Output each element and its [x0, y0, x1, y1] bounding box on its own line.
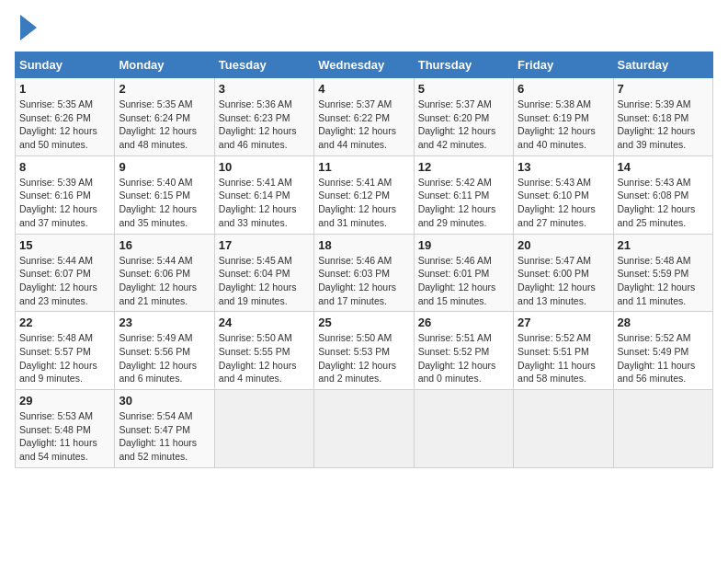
day-info: Sunrise: 5:51 AM Sunset: 5:52 PM Dayligh…	[418, 331, 509, 385]
day-info: Sunrise: 5:37 AM Sunset: 6:22 PM Dayligh…	[318, 98, 409, 152]
table-row: 4Sunrise: 5:37 AM Sunset: 6:22 PM Daylig…	[314, 78, 414, 156]
day-number: 25	[318, 316, 409, 329]
day-info: Sunrise: 5:46 AM Sunset: 6:03 PM Dayligh…	[318, 254, 409, 308]
calendar-header-row: SundayMondayTuesdayWednesdayThursdayFrid…	[16, 52, 713, 78]
day-info: Sunrise: 5:36 AM Sunset: 6:23 PM Dayligh…	[219, 98, 310, 152]
day-info: Sunrise: 5:39 AM Sunset: 6:16 PM Dayligh…	[19, 176, 110, 230]
day-number: 18	[318, 238, 409, 252]
table-row: 28Sunrise: 5:52 AM Sunset: 5:49 PM Dayli…	[613, 312, 712, 390]
day-info: Sunrise: 5:45 AM Sunset: 6:04 PM Dayligh…	[219, 254, 310, 308]
day-info: Sunrise: 5:42 AM Sunset: 6:11 PM Dayligh…	[418, 176, 509, 230]
page-header	[15, 15, 713, 40]
logo-arrow-icon	[20, 15, 37, 40]
table-row: 17Sunrise: 5:45 AM Sunset: 6:04 PM Dayli…	[214, 234, 313, 312]
day-number: 30	[119, 394, 210, 408]
day-info: Sunrise: 5:43 AM Sunset: 6:08 PM Dayligh…	[618, 176, 709, 230]
day-info: Sunrise: 5:41 AM Sunset: 6:14 PM Dayligh…	[219, 176, 310, 230]
table-row: 6Sunrise: 5:38 AM Sunset: 6:19 PM Daylig…	[514, 78, 613, 156]
table-row	[613, 390, 712, 468]
day-info: Sunrise: 5:52 AM Sunset: 5:51 PM Dayligh…	[518, 331, 609, 385]
table-row: 14Sunrise: 5:43 AM Sunset: 6:08 PM Dayli…	[613, 155, 712, 234]
table-row: 24Sunrise: 5:50 AM Sunset: 5:55 PM Dayli…	[214, 312, 313, 390]
calendar-week-row: 29Sunrise: 5:53 AM Sunset: 5:48 PM Dayli…	[16, 390, 713, 468]
day-info: Sunrise: 5:48 AM Sunset: 5:57 PM Dayligh…	[19, 331, 110, 385]
table-row: 5Sunrise: 5:37 AM Sunset: 6:20 PM Daylig…	[414, 78, 513, 156]
day-number: 6	[518, 82, 609, 96]
weekday-header-friday: Friday	[514, 52, 613, 78]
table-row: 21Sunrise: 5:48 AM Sunset: 5:59 PM Dayli…	[613, 234, 712, 312]
day-number: 26	[418, 316, 509, 329]
day-number: 28	[618, 316, 709, 329]
day-info: Sunrise: 5:50 AM Sunset: 5:53 PM Dayligh…	[318, 331, 409, 385]
day-info: Sunrise: 5:44 AM Sunset: 6:07 PM Dayligh…	[19, 254, 110, 308]
day-number: 9	[119, 160, 210, 174]
table-row: 8Sunrise: 5:39 AM Sunset: 6:16 PM Daylig…	[16, 155, 115, 234]
table-row: 25Sunrise: 5:50 AM Sunset: 5:53 PM Dayli…	[314, 312, 414, 390]
table-row: 9Sunrise: 5:40 AM Sunset: 6:15 PM Daylig…	[115, 155, 214, 234]
table-row: 19Sunrise: 5:46 AM Sunset: 6:01 PM Dayli…	[414, 234, 513, 312]
day-info: Sunrise: 5:48 AM Sunset: 5:59 PM Dayligh…	[618, 254, 709, 308]
day-number: 14	[618, 160, 709, 174]
table-row: 27Sunrise: 5:52 AM Sunset: 5:51 PM Dayli…	[514, 312, 613, 390]
day-number: 1	[19, 82, 110, 96]
table-row: 30Sunrise: 5:54 AM Sunset: 5:47 PM Dayli…	[115, 390, 214, 468]
day-number: 16	[119, 238, 210, 252]
table-row: 12Sunrise: 5:42 AM Sunset: 6:11 PM Dayli…	[414, 155, 513, 234]
table-row: 2Sunrise: 5:35 AM Sunset: 6:24 PM Daylig…	[115, 78, 214, 156]
day-number: 4	[318, 82, 409, 96]
day-info: Sunrise: 5:39 AM Sunset: 6:18 PM Dayligh…	[618, 98, 709, 152]
day-number: 21	[618, 238, 709, 252]
table-row: 15Sunrise: 5:44 AM Sunset: 6:07 PM Dayli…	[16, 234, 115, 312]
table-row: 10Sunrise: 5:41 AM Sunset: 6:14 PM Dayli…	[214, 155, 313, 234]
day-number: 3	[219, 82, 310, 96]
weekday-header-sunday: Sunday	[16, 52, 115, 78]
weekday-header-monday: Monday	[115, 52, 214, 78]
day-number: 13	[518, 160, 609, 174]
table-row: 16Sunrise: 5:44 AM Sunset: 6:06 PM Dayli…	[115, 234, 214, 312]
day-info: Sunrise: 5:38 AM Sunset: 6:19 PM Dayligh…	[518, 98, 609, 152]
day-info: Sunrise: 5:43 AM Sunset: 6:10 PM Dayligh…	[518, 176, 609, 230]
calendar-week-row: 22Sunrise: 5:48 AM Sunset: 5:57 PM Dayli…	[16, 312, 713, 390]
day-number: 29	[19, 394, 110, 408]
table-row	[314, 390, 414, 468]
day-info: Sunrise: 5:35 AM Sunset: 6:26 PM Dayligh…	[19, 98, 110, 152]
weekday-header-tuesday: Tuesday	[214, 52, 313, 78]
day-number: 22	[19, 316, 110, 329]
day-info: Sunrise: 5:40 AM Sunset: 6:15 PM Dayligh…	[119, 176, 210, 230]
day-number: 15	[19, 238, 110, 252]
calendar-week-row: 15Sunrise: 5:44 AM Sunset: 6:07 PM Dayli…	[16, 234, 713, 312]
day-info: Sunrise: 5:49 AM Sunset: 5:56 PM Dayligh…	[119, 331, 210, 385]
day-number: 8	[19, 160, 110, 174]
table-row: 23Sunrise: 5:49 AM Sunset: 5:56 PM Dayli…	[115, 312, 214, 390]
day-number: 11	[318, 160, 409, 174]
calendar-week-row: 1Sunrise: 5:35 AM Sunset: 6:26 PM Daylig…	[16, 78, 713, 156]
table-row	[514, 390, 613, 468]
table-row: 29Sunrise: 5:53 AM Sunset: 5:48 PM Dayli…	[16, 390, 115, 468]
day-number: 5	[418, 82, 509, 96]
day-info: Sunrise: 5:50 AM Sunset: 5:55 PM Dayligh…	[219, 331, 310, 385]
day-number: 24	[219, 316, 310, 329]
weekday-header-wednesday: Wednesday	[314, 52, 414, 78]
day-number: 17	[219, 238, 310, 252]
logo	[15, 15, 37, 40]
table-row	[214, 390, 313, 468]
table-row: 18Sunrise: 5:46 AM Sunset: 6:03 PM Dayli…	[314, 234, 414, 312]
day-number: 20	[518, 238, 609, 252]
table-row: 13Sunrise: 5:43 AM Sunset: 6:10 PM Dayli…	[514, 155, 613, 234]
day-info: Sunrise: 5:44 AM Sunset: 6:06 PM Dayligh…	[119, 254, 210, 308]
day-number: 19	[418, 238, 509, 252]
day-info: Sunrise: 5:41 AM Sunset: 6:12 PM Dayligh…	[318, 176, 409, 230]
table-row	[414, 390, 513, 468]
day-info: Sunrise: 5:46 AM Sunset: 6:01 PM Dayligh…	[418, 254, 509, 308]
weekday-header-thursday: Thursday	[414, 52, 513, 78]
day-info: Sunrise: 5:52 AM Sunset: 5:49 PM Dayligh…	[618, 331, 709, 385]
table-row: 1Sunrise: 5:35 AM Sunset: 6:26 PM Daylig…	[16, 78, 115, 156]
day-number: 10	[219, 160, 310, 174]
calendar-table: SundayMondayTuesdayWednesdayThursdayFrid…	[15, 52, 713, 468]
day-number: 7	[618, 82, 709, 96]
weekday-header-saturday: Saturday	[613, 52, 712, 78]
table-row: 20Sunrise: 5:47 AM Sunset: 6:00 PM Dayli…	[514, 234, 613, 312]
table-row: 7Sunrise: 5:39 AM Sunset: 6:18 PM Daylig…	[613, 78, 712, 156]
table-row: 3Sunrise: 5:36 AM Sunset: 6:23 PM Daylig…	[214, 78, 313, 156]
day-info: Sunrise: 5:37 AM Sunset: 6:20 PM Dayligh…	[418, 98, 509, 152]
